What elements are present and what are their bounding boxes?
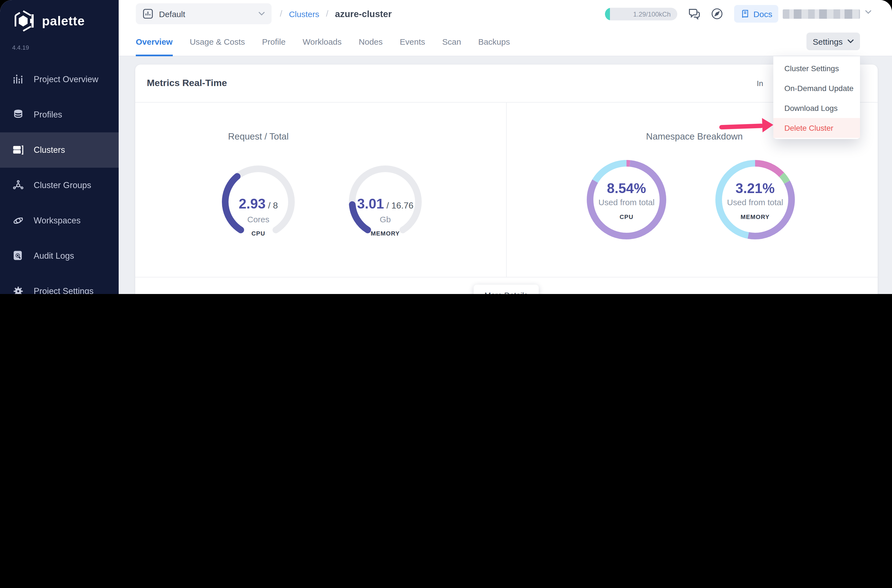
namespace-cpu-label: CPU [566, 213, 687, 220]
project-icon [142, 8, 153, 19]
menu-item-delete-cluster[interactable]: Delete Cluster [773, 118, 860, 138]
breadcrumb-current: azure-cluster [335, 9, 392, 19]
cpu-gauge-value: 2.93 / 8 [198, 196, 319, 212]
chevron-down-icon [258, 12, 265, 16]
usage-quota-value: 1.29/100kCh [633, 10, 671, 18]
sidebar-item-label: Cluster Groups [34, 180, 91, 190]
project-selector[interactable]: Default [136, 3, 272, 24]
cluster-tabbar: Overview Usage & Costs Profile Workloads… [119, 28, 892, 56]
request-total-title: Request / Total [176, 131, 341, 142]
brand-logo: palette [11, 9, 85, 33]
tab-scan[interactable]: Scan [442, 27, 461, 56]
metrics-realtime-card: Metrics Real-Time In Request / Total Nam… [135, 64, 878, 294]
arrow-head [762, 118, 773, 132]
namespace-cpu-caption: Used from total [566, 198, 687, 207]
more-details-button[interactable]: More Details [474, 285, 539, 294]
workspaces-icon [12, 214, 24, 227]
audit-logs-icon [12, 250, 24, 262]
sidebar-item-label: Project Overview [34, 75, 98, 84]
memory-gauge-unit: Gb [325, 214, 446, 224]
compass-icon [710, 7, 724, 20]
breadcrumb-clusters-link[interactable]: Clusters [289, 9, 319, 18]
top-header: Default / Clusters / azure-cluster 1.29/… [119, 0, 892, 28]
palette-app: palette 4.4.19 Project Overview Profiles… [0, 0, 892, 294]
namespace-memory-percent: 3.21% [694, 180, 816, 196]
project-selector-value: Default [159, 9, 185, 18]
settings-dropdown-menu: Cluster Settings On-Demand Update Downlo… [773, 56, 860, 139]
sidebar-item-label: Audit Logs [34, 251, 74, 261]
brand-name: palette [42, 14, 85, 28]
usage-quota-badge[interactable]: 1.29/100kCh [605, 8, 677, 20]
arrow-tail [719, 123, 763, 130]
metrics-title: Metrics Real-Time [147, 78, 227, 89]
tab-usage-costs[interactable]: Usage & Costs [190, 27, 245, 56]
docs-label: Docs [754, 9, 772, 18]
memory-gauge-label: MEMORY [325, 230, 446, 237]
app-version: 4.4.19 [12, 44, 29, 51]
namespace-memory-label: MEMORY [694, 213, 816, 220]
tab-events[interactable]: Events [400, 27, 425, 56]
profiles-icon [12, 109, 24, 121]
gear-icon [12, 285, 24, 294]
namespace-cpu-percent: 8.54% [566, 180, 687, 196]
annotation-arrow [719, 117, 775, 135]
sidebar-item-label: Workspaces [34, 216, 81, 226]
chat-button[interactable] [687, 7, 702, 23]
cpu-gauge-label: CPU [198, 230, 319, 237]
divider [506, 102, 507, 277]
sidebar-item-label: Project Settings [34, 286, 93, 294]
sidebar: palette 4.4.19 Project Overview Profiles… [0, 0, 119, 294]
book-icon [740, 9, 750, 18]
user-account-menu[interactable] [783, 9, 860, 19]
interval-control-partial: In [757, 79, 763, 88]
sidebar-item-workspaces[interactable]: Workspaces [0, 203, 119, 238]
sidebar-item-project-settings[interactable]: Project Settings [0, 274, 119, 294]
chevron-down-icon [847, 39, 854, 44]
sidebar-item-cluster-groups[interactable]: Cluster Groups [0, 168, 119, 203]
explore-button[interactable] [710, 7, 724, 22]
sidebar-item-profiles[interactable]: Profiles [0, 97, 119, 132]
chat-icon [687, 7, 702, 21]
tab-workloads[interactable]: Workloads [303, 27, 341, 56]
breadcrumb-separator: / [326, 9, 328, 19]
tab-backups[interactable]: Backups [478, 27, 510, 56]
clusters-icon [12, 144, 24, 156]
breadcrumb-separator: / [280, 9, 282, 19]
menu-item-download-logs[interactable]: Download Logs [773, 98, 860, 118]
cpu-gauge-unit: Cores [198, 214, 319, 224]
divider [135, 277, 878, 278]
namespace-memory-caption: Used from total [694, 198, 816, 207]
tab-overview[interactable]: Overview [136, 27, 173, 56]
memory-gauge-value: 3.01 / 16.76 [325, 196, 446, 212]
cluster-groups-icon [12, 179, 24, 191]
settings-button[interactable]: Settings [806, 33, 860, 50]
project-overview-icon [12, 74, 24, 86]
palette-logo-icon [11, 9, 35, 33]
sidebar-item-label: Clusters [34, 145, 65, 155]
sidebar-item-project-overview[interactable]: Project Overview [0, 62, 119, 97]
docs-button[interactable]: Docs [734, 5, 778, 22]
menu-item-cluster-settings[interactable]: Cluster Settings [773, 58, 860, 78]
menu-item-on-demand-update[interactable]: On-Demand Update [773, 78, 860, 98]
tab-profile[interactable]: Profile [262, 27, 286, 56]
settings-button-label: Settings [813, 37, 842, 46]
chevron-down-icon[interactable] [865, 10, 872, 14]
tab-nodes[interactable]: Nodes [359, 27, 383, 56]
sidebar-item-label: Profiles [34, 110, 62, 120]
sidebar-item-clusters[interactable]: Clusters [0, 132, 119, 168]
breadcrumb: / Clusters / azure-cluster [280, 0, 392, 28]
sidebar-item-audit-logs[interactable]: Audit Logs [0, 238, 119, 274]
